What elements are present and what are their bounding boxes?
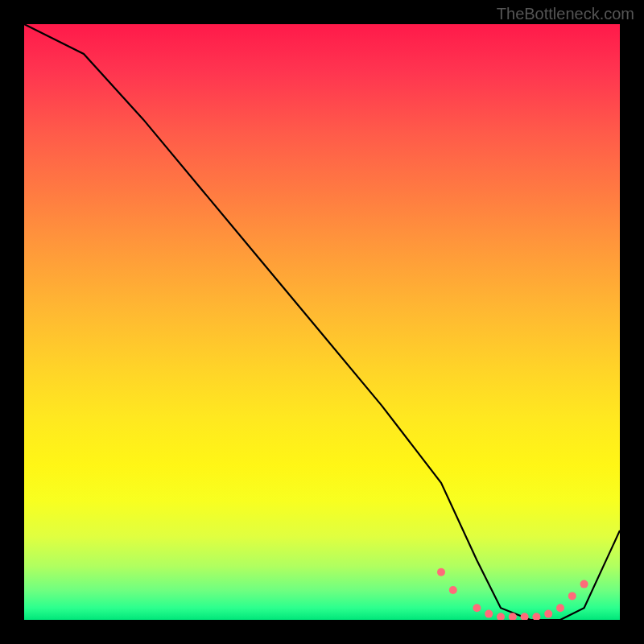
- chart-svg: [24, 24, 620, 620]
- curve-line: [24, 24, 620, 620]
- marker-point: [497, 613, 505, 620]
- marker-point: [544, 610, 552, 618]
- marker-point: [532, 613, 540, 620]
- watermark-text: TheBottleneck.com: [497, 5, 634, 23]
- marker-point: [437, 568, 445, 576]
- marker-point: [556, 604, 564, 612]
- marker-point: [580, 580, 588, 588]
- plot-area: [24, 24, 620, 620]
- marker-point: [449, 586, 457, 594]
- marker-point: [521, 613, 529, 620]
- marker-point: [568, 592, 576, 600]
- marker-point: [473, 604, 481, 612]
- marker-point: [485, 610, 493, 618]
